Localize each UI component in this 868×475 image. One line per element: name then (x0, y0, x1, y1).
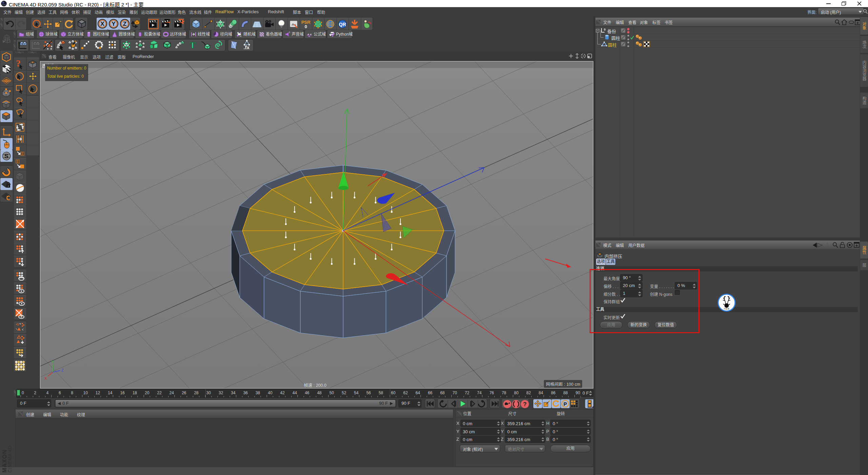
svg-text:0: 0 (304, 24, 307, 29)
svg-text:X: X (100, 21, 104, 27)
svg-text:Y: Y (52, 360, 54, 364)
svg-text:S: S (4, 153, 8, 159)
svg-text:P: P (564, 401, 567, 407)
svg-text:X: X (44, 376, 47, 380)
svg-text:T: T (190, 40, 195, 50)
svg-text:.fx: .fx (243, 44, 250, 50)
svg-text:行走者: 行走者 (724, 307, 730, 310)
svg-text:Z: Z (61, 368, 64, 372)
svg-text:?: ? (523, 401, 527, 407)
svg-text:Y: Y (112, 21, 116, 27)
svg-text:QR: QR (339, 22, 346, 27)
svg-text:Z: Z (123, 21, 126, 27)
